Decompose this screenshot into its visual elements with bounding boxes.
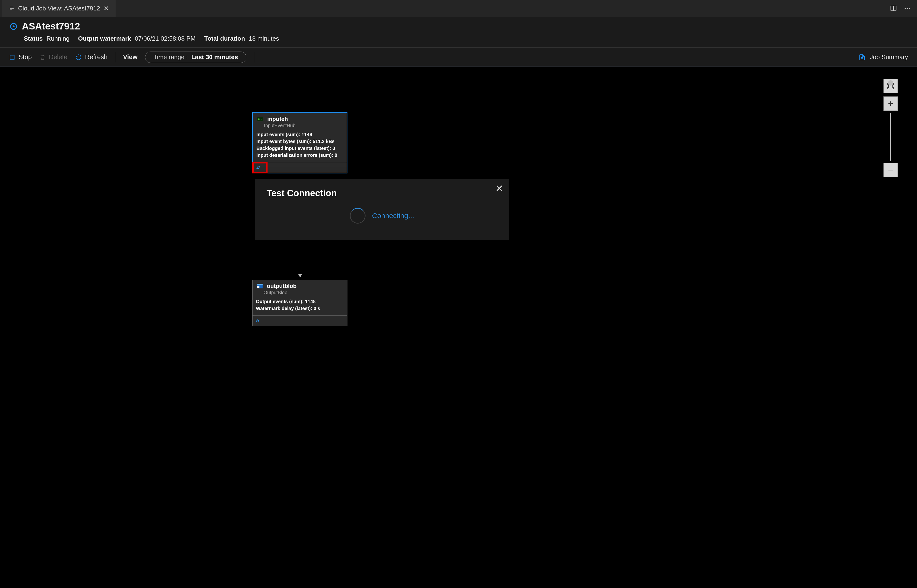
svg-point-17 [261,118,261,118]
split-editor-icon[interactable] [890,5,897,12]
document-tab[interactable]: Cloud Job View: ASAtest7912 ✕ [2,0,115,17]
duration-kv: Total duration 13 minutes [204,35,279,42]
job-icon [10,22,18,31]
stop-button[interactable]: Stop [9,53,32,61]
watermark-value: 07/06/21 02:58:08 PM [135,35,196,42]
job-summary-button[interactable]: Job Summary [859,53,908,61]
close-icon[interactable]: ✕ [104,5,109,12]
watermark-label: Output watermark [78,35,131,42]
job-summary-label: Job Summary [870,53,908,61]
refresh-button[interactable]: Refresh [75,53,108,61]
watermark-kv: Output watermark 07/06/21 02:58:08 PM [78,35,196,42]
stop-label: Stop [19,53,32,61]
duration-label: Total duration [204,35,245,42]
toolbar-separator [115,52,115,63]
output-node-metrics: Output events (sum): 1148 Watermark dela… [253,297,347,314]
svg-point-6 [907,8,908,9]
output-node[interactable]: outputblob OutputBlob Output events (sum… [252,279,347,326]
time-range-picker[interactable]: Time range : Last 30 minutes [145,52,246,63]
metric-row: Watermark delay (latest): 0 s [256,305,344,312]
svg-point-5 [905,8,906,9]
metric-row: Input event bytes (sum): 511.2 kBs [256,138,343,145]
test-connection-dialog: ✕ Test Connection Connecting... [255,179,509,240]
zoom-controls [883,79,898,177]
output-node-footer [253,315,347,326]
time-range-value: Last 30 minutes [191,53,238,61]
blob-icon [256,282,264,290]
job-header: ASAtest7912 Status Running Output waterm… [0,17,917,48]
view-label: View [123,53,138,61]
metric-row: Input deserialization errors (sum): 0 [256,152,343,159]
output-node-title: outputblob [267,283,296,289]
tab-bar: Cloud Job View: ASAtest7912 ✕ [0,0,917,17]
svg-rect-14 [257,117,263,121]
hamburger-icon [9,5,15,11]
diagram-canvas[interactable]: inputeh InputEventHub Input events (sum)… [0,67,917,588]
svg-rect-23 [257,286,259,288]
tab-title: Cloud Job View: ASAtest7912 [18,5,100,12]
delete-button: Delete [39,53,68,61]
status-label: Status [24,35,42,42]
input-node-subtitle: InputEventHub [253,123,347,128]
svg-point-19 [259,119,260,120]
dialog-title: Test Connection [267,188,497,199]
output-node-subtitle: OutputBlob [253,290,347,295]
input-node-title: inputeh [267,116,288,122]
svg-point-16 [259,118,260,118]
zoom-slider-thumb[interactable] [888,80,893,86]
duration-value: 13 minutes [249,35,279,42]
spinner-icon [350,208,366,224]
toolbar: Stop Delete Refresh View Time range : La… [0,48,917,67]
delete-label: Delete [49,53,68,61]
svg-point-7 [909,8,910,9]
input-node-metrics: Input events (sum): 1149 Input event byt… [253,130,347,161]
zoom-in-button[interactable] [883,97,898,111]
time-range-prefix: Time range : [153,53,188,61]
svg-rect-22 [257,284,263,285]
callout-highlight [252,162,267,173]
status-value: Running [46,35,70,42]
eventhub-icon [256,115,264,123]
svg-rect-9 [10,55,14,59]
metric-row: Backlogged input events (latest): 0 [256,145,343,152]
test-connection-icon[interactable] [255,318,261,323]
job-name: ASAtest7912 [22,21,80,32]
zoom-slider-track[interactable] [890,113,891,161]
metric-row: Input events (sum): 1149 [256,131,343,138]
tab-bar-right [890,5,915,12]
input-node[interactable]: inputeh InputEventHub Input events (sum)… [252,112,347,173]
close-icon[interactable]: ✕ [495,183,504,194]
view-button[interactable]: View [123,53,138,61]
zoom-out-button[interactable] [883,163,898,177]
refresh-label: Refresh [85,53,108,61]
svg-point-20 [261,119,261,120]
svg-point-18 [258,119,259,120]
status-kv: Status Running [24,35,70,42]
svg-point-15 [258,118,259,118]
more-icon[interactable] [904,5,911,12]
metric-row: Output events (sum): 1148 [256,298,344,305]
flow-arrow [300,252,300,277]
dialog-status: Connecting... [372,212,414,220]
